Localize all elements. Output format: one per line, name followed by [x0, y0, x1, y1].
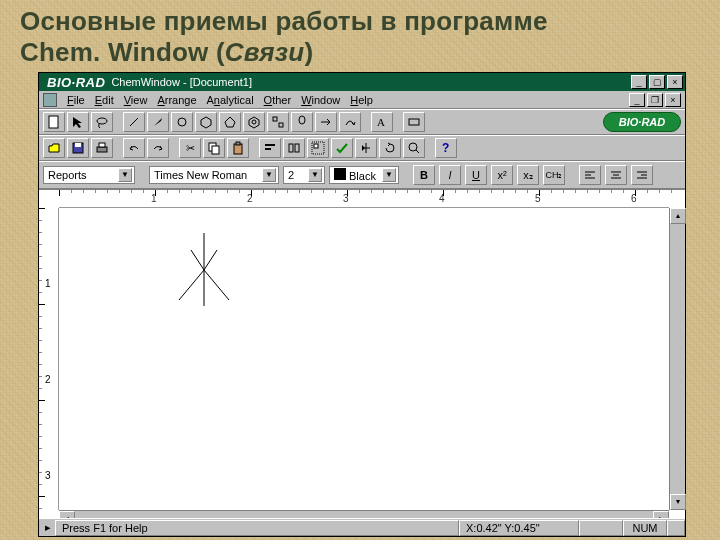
- slide-title-topic: Связи: [225, 37, 305, 67]
- chevron-down-icon: ▼: [308, 168, 322, 182]
- status-coords: X:0.42" Y:0.45": [459, 520, 579, 536]
- titlebar-logo: BIO·RAD: [41, 75, 111, 90]
- align-right-button[interactable]: [631, 165, 653, 185]
- caption-tool[interactable]: [403, 112, 425, 132]
- italic-button[interactable]: I: [439, 165, 461, 185]
- superscript-button[interactable]: x²: [491, 165, 513, 185]
- horizontal-ruler[interactable]: 1 2 3 4 5 6: [59, 190, 669, 208]
- new-doc-button[interactable]: [43, 112, 65, 132]
- font-combo[interactable]: Times New Roman ▼: [149, 166, 279, 184]
- doc-restore-button[interactable]: ❐: [647, 93, 663, 107]
- undo-button[interactable]: [123, 138, 145, 158]
- separator: [427, 138, 433, 158]
- menu-edit[interactable]: Edit: [95, 94, 114, 106]
- align-center-button[interactable]: [605, 165, 627, 185]
- save-button[interactable]: [67, 138, 89, 158]
- menu-view[interactable]: View: [124, 94, 148, 106]
- menu-help[interactable]: Help: [350, 94, 373, 106]
- maximize-button[interactable]: ▢: [649, 75, 665, 89]
- open-button[interactable]: [43, 138, 65, 158]
- svg-line-28: [416, 150, 419, 153]
- svg-text:A: A: [377, 116, 385, 128]
- resize-grip[interactable]: [667, 520, 685, 536]
- cyclohexane-tool[interactable]: [243, 112, 265, 132]
- chevron-down-icon: ▼: [118, 168, 132, 182]
- menu-analytical[interactable]: Analytical: [207, 94, 254, 106]
- benzene-tool[interactable]: [195, 112, 217, 132]
- bold-button[interactable]: B: [413, 165, 435, 185]
- vertical-ruler[interactable]: 1 2 3: [39, 208, 59, 510]
- color-value: Black: [334, 168, 376, 182]
- subscript-button[interactable]: x₂: [517, 165, 539, 185]
- scroll-down-button[interactable]: ▾: [670, 494, 686, 510]
- underline-button[interactable]: U: [465, 165, 487, 185]
- menu-arrange[interactable]: Arrange: [157, 94, 196, 106]
- doc-minimize-button[interactable]: _: [629, 93, 645, 107]
- single-bond-tool[interactable]: [123, 112, 145, 132]
- paste-button[interactable]: [227, 138, 249, 158]
- color-combo[interactable]: Black ▼: [329, 166, 399, 184]
- menu-file[interactable]: File: [67, 94, 85, 106]
- standard-toolbar: ✂ ?: [39, 135, 685, 161]
- style-combo[interactable]: Reports ▼: [43, 166, 135, 184]
- ruler-num: 3: [45, 470, 51, 481]
- copy-button[interactable]: [203, 138, 225, 158]
- scroll-up-button[interactable]: ▴: [670, 208, 686, 224]
- slide-title-app: Chem. Window: [20, 37, 209, 67]
- print-button[interactable]: [91, 138, 113, 158]
- check-structure-button[interactable]: [331, 138, 353, 158]
- svg-marker-5: [225, 117, 235, 127]
- align-left-button[interactable]: [579, 165, 601, 185]
- text-tool[interactable]: A: [371, 112, 393, 132]
- close-button[interactable]: ×: [667, 75, 683, 89]
- rotate-button[interactable]: [379, 138, 401, 158]
- help-button[interactable]: ?: [435, 138, 457, 158]
- svg-rect-24: [295, 144, 299, 152]
- svg-rect-26: [314, 144, 318, 148]
- select-tool[interactable]: [67, 112, 89, 132]
- separator: [403, 165, 409, 185]
- status-blank: [579, 520, 623, 536]
- separator: [363, 112, 369, 132]
- svg-rect-23: [289, 144, 293, 152]
- drawing-canvas[interactable]: [59, 208, 669, 510]
- svg-rect-14: [75, 143, 81, 147]
- size-combo[interactable]: 2 ▼: [283, 166, 325, 184]
- titlebar-title: ChemWindow - [Document1]: [111, 76, 631, 88]
- template-tool[interactable]: [267, 112, 289, 132]
- group-tool[interactable]: [307, 138, 329, 158]
- arrow-tool[interactable]: [315, 112, 337, 132]
- svg-rect-16: [99, 143, 105, 147]
- menu-window[interactable]: Window: [301, 94, 340, 106]
- app-icon[interactable]: [43, 93, 57, 107]
- svg-rect-21: [265, 144, 275, 146]
- menu-other[interactable]: Other: [264, 94, 292, 106]
- titlebar[interactable]: BIO·RAD ChemWindow - [Document1] _ ▢ ×: [39, 73, 685, 91]
- menubar: File Edit View Arrange Analytical Other …: [39, 91, 685, 109]
- flip-h-button[interactable]: [355, 138, 377, 158]
- wedge-bond-tool[interactable]: [147, 112, 169, 132]
- status-mode: NUM: [623, 520, 667, 536]
- chevron-down-icon: ▼: [382, 168, 396, 182]
- svg-rect-18: [212, 146, 219, 154]
- minimize-button[interactable]: _: [631, 75, 647, 89]
- doc-close-button[interactable]: ×: [665, 93, 681, 107]
- lasso-tool[interactable]: [91, 112, 113, 132]
- cut-button[interactable]: ✂: [179, 138, 201, 158]
- zoom-button[interactable]: [403, 138, 425, 158]
- redo-button[interactable]: [147, 138, 169, 158]
- slide-title-line1: Основные приемы работы в программе: [20, 6, 548, 36]
- separator: [251, 138, 257, 158]
- curve-arrow-tool[interactable]: [339, 112, 361, 132]
- ring-tool[interactable]: [171, 112, 193, 132]
- font-value: Times New Roman: [154, 169, 247, 181]
- document-buttons: _ ❐ ×: [629, 93, 681, 107]
- align-tool-2[interactable]: [283, 138, 305, 158]
- orbital-tool[interactable]: [291, 112, 313, 132]
- align-tool-1[interactable]: [259, 138, 281, 158]
- cyclopentane-tool[interactable]: [219, 112, 241, 132]
- svg-rect-8: [273, 117, 277, 121]
- chemical-structure[interactable]: [159, 228, 249, 318]
- vertical-scrollbar[interactable]: ▴ ▾: [669, 208, 685, 510]
- formula-button[interactable]: CH₂: [543, 165, 565, 185]
